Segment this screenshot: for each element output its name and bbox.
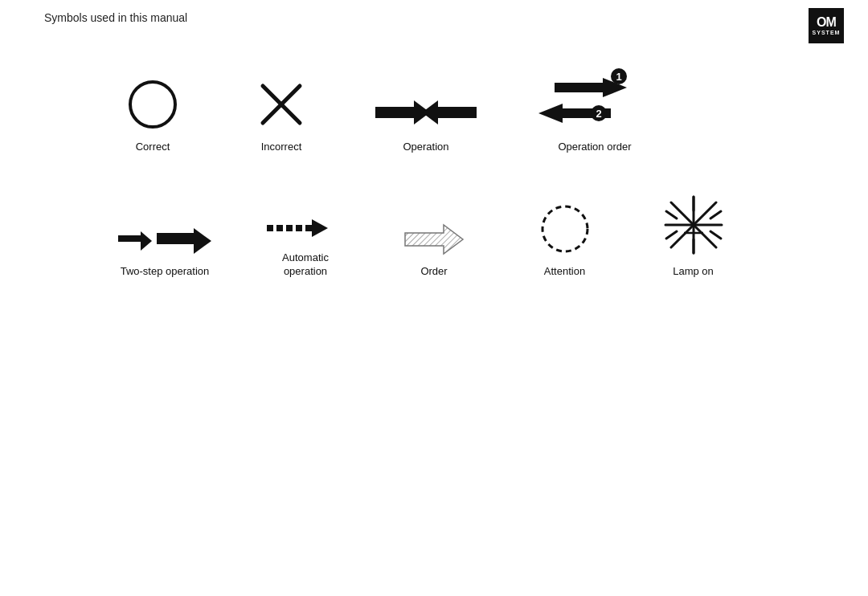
order-label: Order (420, 265, 447, 279)
svg-rect-23 (305, 225, 312, 231)
attention-icon (537, 201, 593, 257)
svg-text:2: 2 (596, 108, 601, 120)
automatic-icon (265, 211, 346, 243)
symbol-incorrect: Incorrect (217, 76, 346, 154)
incorrect-icon (253, 76, 309, 133)
symbol-lamp-on: Lamp on (631, 193, 755, 279)
symbol-operation-order: 1 2 Operation order (506, 68, 683, 154)
page-title: Symbols used in this manual (44, 11, 187, 24)
svg-marker-5 (422, 100, 438, 125)
svg-text:1: 1 (616, 71, 621, 83)
svg-rect-9 (555, 83, 603, 92)
symbol-correct: Correct (88, 76, 217, 154)
svg-marker-24 (312, 219, 328, 237)
two-step-icon (117, 225, 213, 257)
symbol-attention: Attention (498, 201, 631, 279)
order-icon (402, 222, 466, 257)
operation-order-label: Operation order (558, 141, 631, 154)
svg-point-0 (130, 82, 175, 127)
two-step-label: Two-step operation (121, 265, 210, 279)
svg-marker-16 (141, 231, 152, 251)
symbol-automatic: Automatic operation (241, 211, 370, 279)
incorrect-label: Incorrect (261, 141, 302, 154)
svg-rect-19 (267, 225, 273, 231)
symbol-order: Order (370, 222, 498, 279)
symbol-two-step: Two-step operation (88, 225, 241, 279)
symbols-row-1: Correct Incorrect Operation 1 (88, 68, 683, 154)
svg-line-37 (710, 211, 721, 218)
om-logo-top: OM (817, 15, 836, 30)
svg-marker-26 (405, 225, 463, 254)
svg-point-27 (542, 206, 588, 251)
svg-rect-22 (296, 225, 302, 231)
svg-line-35 (710, 231, 721, 239)
svg-rect-21 (286, 225, 293, 231)
attention-label: Attention (544, 265, 585, 279)
svg-rect-6 (438, 107, 477, 118)
correct-icon (125, 76, 181, 133)
operation-label: Operation (403, 141, 448, 154)
operation-order-icon: 1 2 (538, 68, 651, 133)
lamp-on-icon (661, 193, 726, 257)
correct-label: Correct (136, 141, 170, 154)
svg-marker-18 (194, 228, 211, 254)
svg-rect-17 (157, 233, 194, 244)
automatic-label: Automatic operation (282, 251, 329, 279)
lamp-on-label: Lamp on (673, 265, 714, 279)
svg-rect-15 (118, 235, 141, 242)
svg-line-36 (666, 231, 677, 239)
symbols-row-2: Two-step operation Automatic operation (88, 193, 755, 279)
symbol-operation: Operation (346, 92, 506, 154)
operation-icon (374, 92, 478, 133)
svg-rect-20 (276, 225, 283, 231)
om-logo: OM SYSTEM (809, 8, 844, 43)
om-logo-bottom: SYSTEM (813, 30, 841, 36)
svg-rect-3 (375, 107, 414, 118)
svg-marker-11 (538, 104, 563, 123)
svg-line-34 (666, 211, 677, 218)
